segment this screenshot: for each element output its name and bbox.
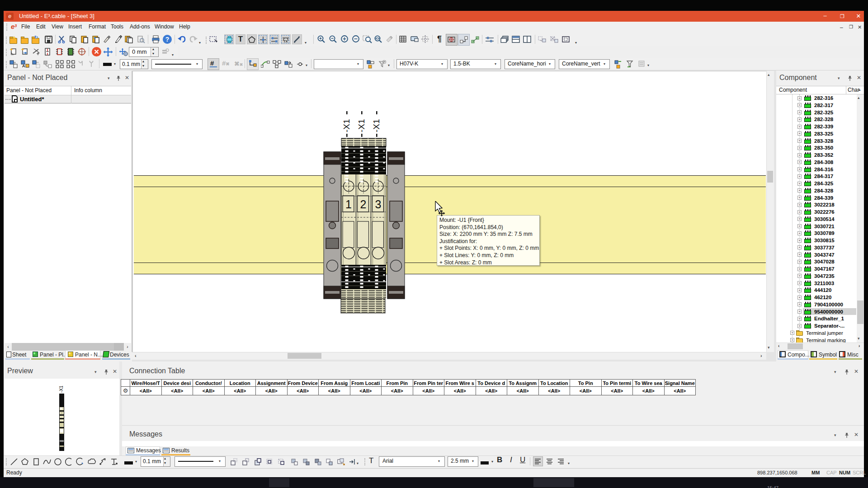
svg-text:-X1: -X1	[342, 119, 351, 132]
svg-text:2: 2	[360, 198, 367, 211]
svg-text:✦: ✦	[21, 47, 24, 52]
svg-text:-X1: -X1	[357, 119, 366, 132]
svg-text:A: A	[22, 64, 25, 68]
svg-text:-X1: -X1	[59, 385, 64, 393]
svg-text:-X1: -X1	[372, 119, 381, 132]
svg-text:TX: TX	[283, 39, 288, 43]
svg-text:1: 1	[345, 198, 352, 211]
svg-text:3: 3	[375, 198, 382, 211]
svg-text:✦: ✦	[9, 47, 13, 52]
